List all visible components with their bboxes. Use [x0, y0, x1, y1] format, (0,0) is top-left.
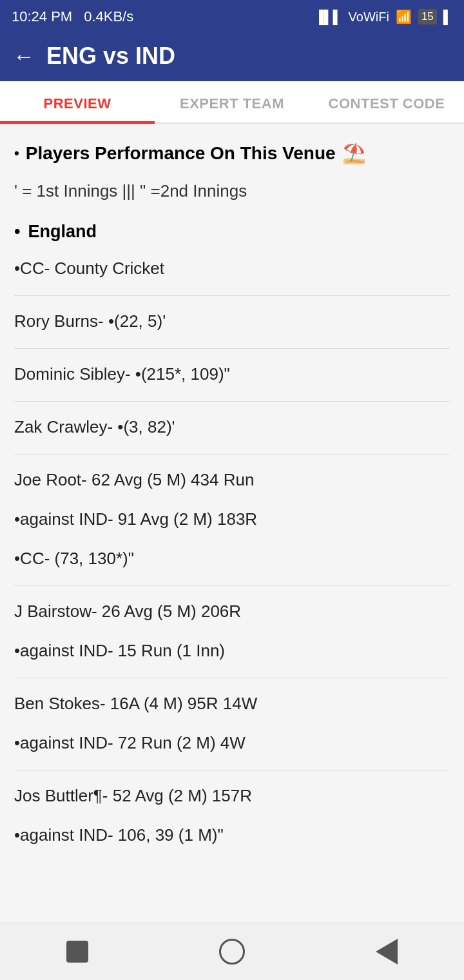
- nav-home-button[interactable]: [215, 935, 249, 968]
- section-title: Players Performance On This Venue: [26, 143, 336, 164]
- line-1: Rory Burns- •(22, 5)': [14, 309, 450, 334]
- wifi-signal-icon: 📶: [396, 9, 412, 24]
- line-11: Jos Buttler¶- 52 Avg (2 M) 157R: [14, 783, 450, 808]
- content-area: • Players Performance On This Venue ⛱️ '…: [0, 124, 464, 980]
- divider-3: [14, 454, 450, 455]
- line-2: Dominic Sibley- •(215*, 109)": [14, 362, 450, 387]
- line-5: •against IND- 91 Avg (2 M) 183R: [14, 507, 450, 532]
- section-heading: • Players Performance On This Venue ⛱️: [14, 142, 450, 164]
- divider-8: [14, 678, 450, 678]
- nav-square-button[interactable]: [61, 935, 94, 968]
- app-header: ← ENG vs IND: [0, 34, 464, 81]
- england-heading: • England: [14, 222, 450, 242]
- divider-6: [14, 585, 450, 586]
- line-9: Ben Stokes- 16A (4 M) 95R 14W: [14, 691, 450, 716]
- battery: 15: [418, 9, 437, 24]
- status-right: ▐▌▌ VoWiFi 📶 15 ▌: [314, 9, 452, 24]
- bullet-icon: •: [14, 145, 19, 162]
- circle-icon: [219, 939, 245, 965]
- triangle-icon: [376, 939, 398, 965]
- tab-contest-code[interactable]: CONTEST CODE: [309, 81, 464, 122]
- innings-legend: ' = 1st Innings ||| " =2nd Innings: [14, 179, 450, 204]
- wifi-icon: VoWiFi: [349, 10, 389, 24]
- status-bar: 10:24 PM 0.4KB/s ▐▌▌ VoWiFi 📶 15 ▌: [0, 0, 464, 34]
- tabs-bar: PREVIEW EXPERT TEAM CONTEST CODE: [0, 81, 464, 124]
- beach-emoji: ⛱️: [342, 142, 366, 164]
- back-button[interactable]: ←: [13, 45, 35, 67]
- england-label: England: [28, 222, 97, 242]
- sub-bullet: •: [14, 222, 20, 242]
- tab-expert-team[interactable]: EXPERT TEAM: [155, 81, 309, 122]
- line-8: •against IND- 15 Run (1 Inn): [14, 638, 450, 663]
- line-12: •against IND- 106, 39 (1 M)": [14, 823, 450, 848]
- line-7: J Bairstow- 26 Avg (5 M) 206R: [14, 599, 450, 624]
- tab-preview[interactable]: PREVIEW: [0, 81, 155, 122]
- divider-1: [14, 348, 450, 349]
- status-left: 10:24 PM 0.4KB/s: [12, 8, 133, 25]
- line-0: •CC- County Cricket: [14, 256, 450, 281]
- time: 10:24 PM: [12, 8, 72, 25]
- divider-2: [14, 401, 450, 402]
- square-icon: [66, 941, 88, 963]
- data-speed: 0.4KB/s: [84, 8, 133, 25]
- divider-10: [14, 770, 450, 770]
- line-3: Zak Crawley- •(3, 82)': [14, 415, 450, 440]
- divider-0: [14, 295, 450, 296]
- page-title: ENG vs IND: [46, 43, 175, 70]
- line-4: Joe Root- 62 Avg (5 M) 434 Run: [14, 467, 450, 493]
- bottom-nav: [0, 923, 464, 980]
- nav-back-button[interactable]: [370, 935, 403, 968]
- signal-icon: ▐▌▌: [314, 10, 342, 24]
- line-6: •CC- (73, 130*)": [14, 546, 450, 571]
- line-10: •against IND- 72 Run (2 M) 4W: [14, 730, 450, 756]
- battery-icon: ▌: [443, 10, 452, 24]
